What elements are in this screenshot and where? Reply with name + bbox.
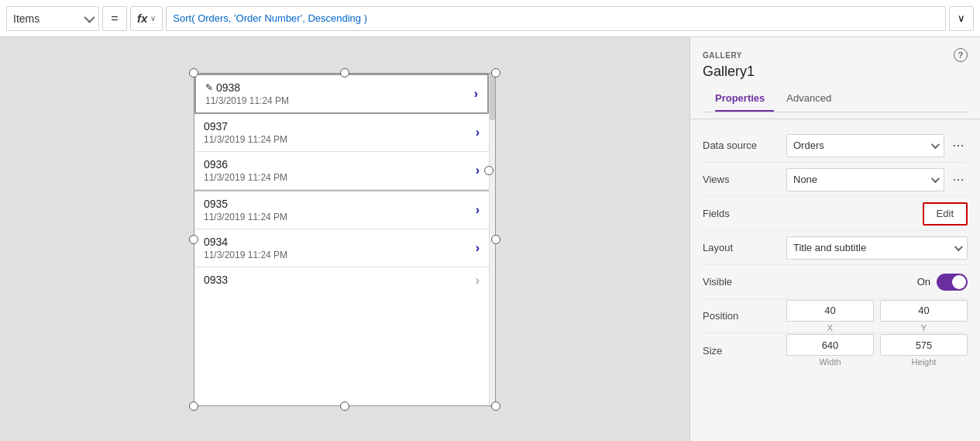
fields-value: Edit: [786, 202, 968, 226]
gallery-item-subtitle: 11/3/2019 11:24 PM: [204, 250, 476, 260]
gallery-item-title: ✎ 0938: [205, 81, 474, 94]
size-value: Width Height: [786, 334, 968, 367]
visible-label: Visible: [703, 276, 780, 288]
position-value: X Y: [786, 300, 968, 332]
gallery-item[interactable]: 0936 11/3/2019 11:24 PM ›: [194, 152, 489, 190]
visible-toggle-container: On: [917, 274, 968, 291]
gallery-item[interactable]: 0933 ›: [194, 267, 489, 294]
size-width-input[interactable]: [786, 334, 874, 356]
layout-value: Title and subtitle: [786, 236, 968, 260]
gallery-item-title: 0935: [204, 198, 476, 210]
fields-edit-button[interactable]: Edit: [923, 202, 968, 226]
size-inputs: Width Height: [786, 334, 968, 367]
layout-dropdown[interactable]: Title and subtitle: [786, 236, 968, 260]
fx-label: fx: [137, 12, 147, 25]
top-bar: Items = fx ∨ Sort( Orders, 'Order Number…: [0, 0, 980, 37]
tab-properties[interactable]: Properties: [715, 86, 774, 112]
gallery-item-chevron-icon: ›: [476, 241, 480, 255]
panel-header: GALLERY ? Gallery1 Properties Advanced: [690, 37, 980, 119]
visible-value: On: [786, 274, 968, 291]
gallery-item[interactable]: 0934 11/3/2019 11:24 PM ›: [194, 229, 489, 267]
gallery-item-chevron-icon: ›: [474, 87, 478, 101]
position-x-wrap: X: [786, 300, 874, 332]
handle-top-left[interactable]: [189, 68, 198, 78]
gallery-item-chevron-icon: ›: [476, 203, 480, 217]
formula-text: Sort( Orders, 'Order Number', Descending…: [173, 12, 367, 24]
views-chevron-icon: [931, 174, 940, 182]
views-label: Views: [703, 174, 780, 185]
panel-tabs: Properties Advanced: [703, 86, 968, 112]
data-source-more-button[interactable]: ···: [949, 136, 968, 155]
position-x-label: X: [827, 323, 833, 332]
gallery-item-subtitle: 11/3/2019 11:24 PM: [204, 172, 476, 183]
items-chevron-icon: [84, 12, 95, 22]
size-height-label: Height: [912, 357, 937, 367]
handle-middle-left[interactable]: [189, 235, 198, 244]
size-height-input[interactable]: [880, 334, 968, 356]
gallery-item-content: 0937 11/3/2019 11:24 PM: [204, 120, 476, 145]
panel-gallery-label: GALLERY ?: [703, 48, 968, 62]
gallery-items: ✎ 0938 11/3/2019 11:24 PM › 0937 11/3/20…: [194, 74, 489, 294]
size-width-label: Width: [819, 357, 841, 367]
handle-bottom-center[interactable]: [340, 401, 349, 411]
data-source-chevron-icon: [931, 140, 940, 148]
position-label: Position: [703, 310, 780, 322]
scrollbar-thumb: [490, 74, 495, 120]
visible-toggle[interactable]: [937, 274, 968, 291]
handle-bottom-right[interactable]: [491, 401, 500, 411]
size-label: Size: [703, 345, 780, 357]
views-more-button[interactable]: ···: [949, 171, 968, 189]
handle-right-item[interactable]: [484, 166, 493, 175]
gallery-inner: ✎ 0938 11/3/2019 11:24 PM › 0937 11/3/20…: [194, 73, 496, 406]
row-views: Views None ···: [703, 163, 968, 197]
gallery-item[interactable]: 0935 11/3/2019 11:24 PM ›: [194, 191, 489, 229]
views-value: None ···: [786, 168, 968, 191]
toggle-thumb: [952, 275, 966, 289]
gallery-item-subtitle: 11/3/2019 11:24 PM: [204, 134, 476, 145]
expand-button[interactable]: ∨: [949, 6, 974, 31]
gallery-item-chevron-icon: ›: [476, 126, 480, 140]
views-dropdown[interactable]: None: [786, 168, 944, 191]
gallery-item-subtitle: 11/3/2019 11:24 PM: [205, 95, 474, 106]
position-y-wrap: Y: [880, 300, 968, 332]
fx-button[interactable]: fx ∨: [130, 6, 163, 31]
gallery-item[interactable]: 0937 11/3/2019 11:24 PM ›: [194, 114, 489, 152]
handle-middle-right[interactable]: [491, 235, 500, 244]
data-source-dropdown[interactable]: Orders: [786, 134, 944, 157]
panel-gallery-name: Gallery1: [703, 64, 968, 80]
data-source-value: Orders ···: [786, 134, 968, 157]
fields-label: Fields: [703, 208, 780, 219]
size-width-wrap: Width: [786, 334, 874, 367]
gallery-item-title: 0937: [204, 120, 476, 133]
row-layout: Layout Title and subtitle: [703, 231, 968, 265]
handle-top-right[interactable]: [491, 68, 500, 78]
gallery-item-content: ✎ 0938 11/3/2019 11:24 PM: [205, 81, 474, 106]
row-data-source: Data source Orders ···: [703, 129, 968, 163]
canvas-area: ✎ 0938 11/3/2019 11:24 PM › 0937 11/3/20…: [0, 37, 689, 441]
equals-button[interactable]: =: [102, 6, 127, 31]
tab-advanced[interactable]: Advanced: [786, 86, 841, 112]
handle-top-center[interactable]: [340, 68, 349, 78]
gallery-item-content: 0934 11/3/2019 11:24 PM: [204, 236, 476, 260]
gallery-item-subtitle: 11/3/2019 11:24 PM: [204, 212, 476, 222]
items-dropdown[interactable]: Items: [6, 6, 99, 31]
gallery-item-content: 0936 11/3/2019 11:24 PM: [204, 158, 476, 183]
formula-bar[interactable]: Sort( Orders, 'Order Number', Descending…: [166, 6, 946, 31]
row-position: Position X Y: [703, 299, 968, 333]
gallery-container: ✎ 0938 11/3/2019 11:24 PM › 0937 11/3/20…: [194, 73, 496, 406]
layout-label: Layout: [703, 242, 780, 253]
position-x-input[interactable]: [786, 300, 874, 322]
help-icon[interactable]: ?: [954, 48, 968, 62]
gallery-item[interactable]: ✎ 0938 11/3/2019 11:24 PM ›: [194, 74, 489, 114]
handle-bottom-left[interactable]: [189, 401, 198, 411]
gallery-item-title: 0933: [204, 274, 476, 286]
gallery-item-content: 0935 11/3/2019 11:24 PM: [204, 198, 476, 222]
edit-pencil-icon: ✎: [205, 82, 213, 93]
main-content: ✎ 0938 11/3/2019 11:24 PM › 0937 11/3/20…: [0, 37, 980, 441]
row-visible: Visible On: [703, 265, 968, 299]
gallery-item-chevron-icon: ›: [476, 274, 480, 288]
gallery-item-chevron-icon: ›: [476, 164, 480, 177]
gallery-item-content: 0933: [204, 274, 476, 288]
position-y-input[interactable]: [880, 300, 968, 322]
row-fields: Fields Edit: [703, 197, 968, 231]
